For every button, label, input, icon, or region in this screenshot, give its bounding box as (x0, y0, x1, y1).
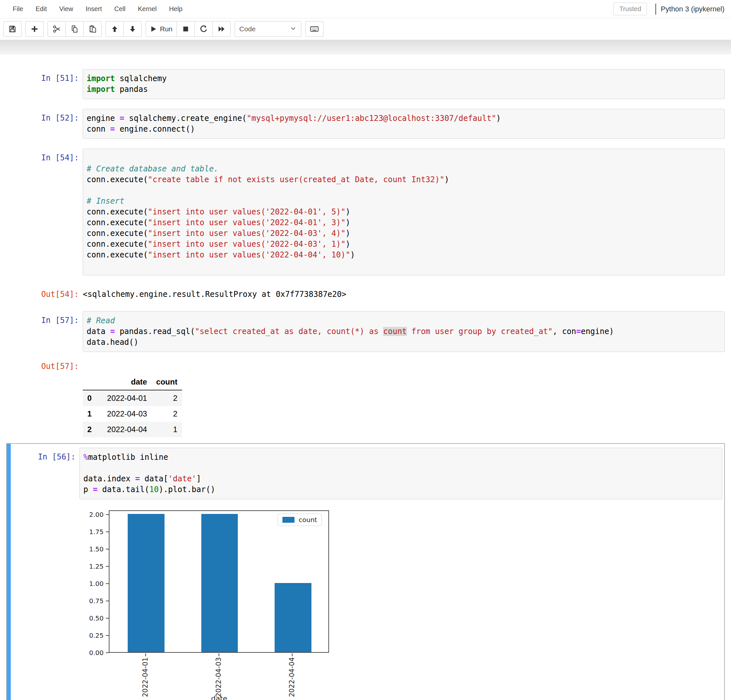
keyboard-icon (310, 25, 319, 34)
arrow-down-icon (129, 25, 137, 33)
selected-cell-56[interactable]: In [56]: %matplotlib inline data.index =… (6, 443, 725, 700)
x-axis-title: date (211, 694, 228, 700)
y-tick-label: 0.75 (81, 597, 104, 605)
paste-icon (88, 25, 97, 33)
menu-items: FileEditViewInsertCellKernelHelp (6, 2, 189, 16)
chart-legend: count (277, 513, 322, 526)
interrupt-kernel-button[interactable] (176, 21, 195, 37)
cell-type-select[interactable]: Code (235, 21, 301, 37)
x-tick-label: 2022-04-04 (288, 657, 296, 697)
scissors-icon (53, 25, 61, 33)
save-icon (8, 25, 17, 33)
restart-run-all-button[interactable] (212, 21, 230, 37)
cut-cell-button[interactable] (48, 21, 66, 37)
y-tick-mark (106, 514, 109, 515)
fast-forward-icon (217, 25, 225, 33)
input-prompt: In [51]: (6, 69, 83, 83)
cell-type-value: Code (239, 25, 256, 33)
menu-item-edit[interactable]: Edit (29, 2, 53, 16)
stop-icon (182, 25, 189, 32)
add-cell-button[interactable] (25, 21, 44, 37)
menu-item-help[interactable]: Help (163, 2, 189, 16)
menu-item-kernel[interactable]: Kernel (132, 2, 163, 16)
table-row: 12022-04-032 (83, 406, 182, 422)
legend-label: count (299, 516, 317, 524)
menu-item-cell[interactable]: Cell (108, 2, 132, 16)
output-prompt: Out[54]: (6, 285, 83, 299)
toolbar: Run (0, 18, 731, 40)
bar-2022-04-03 (201, 514, 238, 652)
trusted-button[interactable]: Trusted (614, 3, 647, 15)
table-row: 02022-04-012 (83, 390, 182, 406)
x-tick-mark (292, 653, 292, 656)
code-cell-51: In [51]: import sqlalchemyimport pandas (6, 69, 725, 99)
kernel-divider (655, 4, 656, 15)
output-area-54: Out[54]: <sqlalchemy.engine.result.Resul… (6, 285, 725, 299)
menu-item-insert[interactable]: Insert (79, 2, 108, 16)
code-cell-57: In [57]: # Readdata = pandas.read_sql("s… (6, 311, 725, 352)
restart-kernel-button[interactable] (194, 21, 213, 37)
code-editor[interactable]: import sqlalchemyimport pandas (83, 69, 725, 99)
chevron-down-icon (290, 25, 297, 33)
code-editor[interactable]: engine = sqlalchemy.create_engine("mysql… (83, 109, 725, 139)
code-editor[interactable]: # Readdata = pandas.read_sql("select cre… (83, 311, 725, 352)
y-tick-mark (106, 531, 109, 532)
y-tick-label: 0.00 (81, 649, 104, 657)
y-tick-mark (106, 635, 109, 636)
legend-swatch (282, 517, 295, 523)
plus-icon (31, 25, 38, 33)
jupyter-notebook-app: FileEditViewInsertCellKernelHelp Trusted… (0, 0, 731, 700)
y-tick-label: 1.25 (81, 562, 104, 570)
code-editor[interactable]: # Create database and table.conn.execute… (83, 149, 725, 275)
y-tick-mark (106, 566, 109, 567)
paste-cell-button[interactable] (84, 21, 102, 37)
menubar-right: Trusted Python 3 (ipykernel) (614, 3, 727, 15)
kernel-indicator: Python 3 (ipykernel) (655, 4, 727, 15)
x-tick-label: 2022-04-01 (141, 657, 149, 697)
y-tick-label: 2.00 (81, 511, 104, 519)
menubar: FileEditViewInsertCellKernelHelp Trusted… (0, 0, 731, 18)
code-cell-56: In [56]: %matplotlib inline data.index =… (7, 448, 722, 499)
input-prompt: In [57]: (6, 311, 83, 325)
selected-cell-indicator (7, 444, 11, 700)
run-button[interactable]: Run (145, 21, 177, 37)
arrow-up-icon (111, 25, 119, 33)
move-cell-down-button[interactable] (123, 21, 142, 37)
y-tick-label: 1.50 (81, 545, 104, 553)
input-prompt: In [56]: (7, 448, 79, 462)
table-row: 22022-04-041 (83, 422, 182, 437)
bar-2022-04-01 (128, 514, 164, 652)
y-tick-mark (106, 549, 109, 550)
command-palette-button[interactable] (305, 21, 323, 37)
y-tick-label: 0.25 (81, 632, 104, 640)
output-text: <sqlalchemy.engine.result.ResultProxy at… (83, 285, 346, 299)
dataframe-table: datecount02022-04-01212022-04-03222022-0… (83, 362, 182, 437)
x-tick-label: 2022-04-03 (215, 657, 223, 697)
y-tick-mark (106, 618, 109, 619)
code-editor[interactable]: %matplotlib inline data.index = data['da… (79, 448, 722, 499)
kernel-name: Python 3 (ipykernel) (661, 5, 725, 13)
y-tick-label: 1.75 (81, 528, 104, 536)
x-tick-mark (145, 653, 146, 656)
x-tick-mark (219, 653, 219, 656)
input-prompt: In [52]: (6, 109, 83, 122)
save-button[interactable] (3, 21, 22, 37)
y-tick-mark (106, 652, 109, 653)
move-cell-up-button[interactable] (106, 21, 124, 37)
notebook: In [51]: import sqlalchemyimport pandas … (0, 55, 731, 700)
y-tick-label: 1.00 (81, 580, 104, 588)
code-cell-54: In [54]: # Create database and table.con… (6, 149, 725, 275)
menu-item-view[interactable]: View (53, 2, 79, 16)
copy-cell-button[interactable] (66, 21, 84, 37)
bar-2022-04-04 (274, 583, 311, 652)
menu-item-file[interactable]: File (6, 2, 29, 16)
plot-area (109, 510, 329, 653)
code-cell-52: In [52]: engine = sqlalchemy.create_engi… (6, 109, 725, 139)
output-prompt: Out[57]: (6, 362, 83, 371)
output-area-57: Out[57]: datecount02022-04-01212022-04-0… (6, 362, 725, 437)
restart-icon (200, 25, 207, 33)
run-icon (150, 25, 157, 32)
header-divider (0, 40, 731, 55)
bar-chart-output: 0.000.250.500.751.001.251.501.752.002022… (79, 508, 337, 700)
copy-icon (70, 25, 79, 33)
